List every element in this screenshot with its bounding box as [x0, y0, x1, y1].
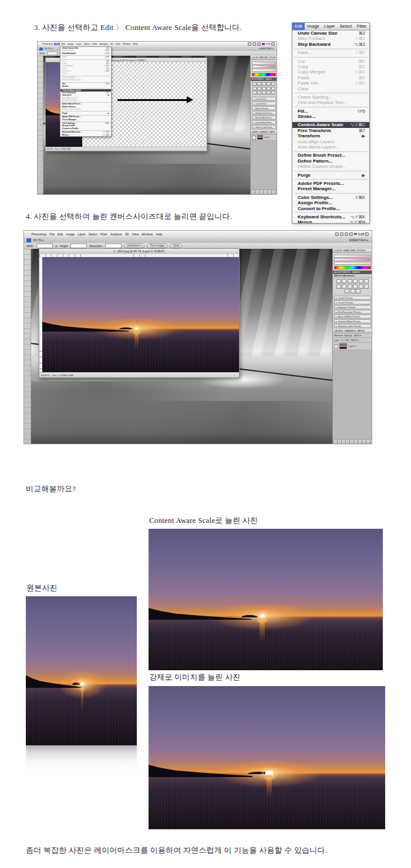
menu-item: [292, 119, 369, 122]
adjustment-presets: Levels PresetsCurves PresetsExposure Pre…: [251, 96, 277, 130]
ps-menu: Image: [65, 232, 76, 236]
color-slider: [252, 65, 276, 68]
photo-reflection-fade: [26, 745, 137, 776]
preset-row: Selective Color Presets: [334, 324, 371, 328]
adjustment-icon: [336, 285, 341, 289]
ps-menu: Image: [66, 43, 75, 45]
caption-compare: 비교해볼까요?: [26, 484, 76, 494]
workspace-label: ESSENTIALS ▾: [259, 48, 275, 50]
menu-item: [60, 121, 111, 122]
adjustment-icon: [271, 91, 275, 94]
adjustment-icon: [353, 285, 358, 289]
panel-tab: LAYERS: [252, 131, 258, 133]
menu-item: Keyboard Shortcuts...⌥⇧⌘K: [292, 214, 369, 219]
adjustment-icon: [336, 279, 341, 283]
panel-tab: STYLES: [269, 56, 276, 59]
adjustment-icon: [267, 91, 271, 94]
menu-item: Color Settings...⇧⌘K: [292, 195, 369, 200]
dune-shadow: [106, 401, 333, 444]
adjustment-icon: [262, 82, 266, 86]
preset-row: Hue/Saturation Presets: [334, 310, 371, 314]
menu-item: [60, 81, 111, 82]
sun-reflection: [260, 618, 265, 642]
menu-item: Undo Canvas Size⌘Z: [292, 31, 369, 36]
edit-menu-zoom-panel: EditImageLayerSelectFilter Undo Canvas S…: [292, 22, 370, 224]
ps-menu: File: [54, 43, 60, 45]
menu-item: Menus...⌥⇧⌘M: [292, 219, 369, 224]
ps-logo-icon: [39, 48, 43, 50]
ps-menu: File: [48, 232, 56, 236]
caption-step4: 4. 사진을 선택하여 늘린 캔버스사이즈대로 늘리면 끝입니다.: [26, 211, 232, 222]
ps-menu: View: [114, 43, 122, 45]
adjustment-icons: [251, 81, 277, 96]
menu-item: Cut⌘X: [292, 59, 369, 64]
menubar-clock: 3:08: [358, 232, 365, 236]
menu-item: [60, 110, 111, 112]
zoom-level: 66.7% ▾: [45, 48, 52, 50]
panel-tab: COLOR: [252, 56, 258, 59]
color-panel: [333, 253, 372, 271]
wifi-icon: [252, 42, 256, 46]
adjustment-icon: [356, 289, 361, 293]
menu-item: [60, 87, 111, 89]
layer-name: Layer 0: [348, 345, 356, 347]
label-forced-photo: 강제로 이미지를 늘린 사진: [149, 672, 241, 683]
zoom-level: 66.7% ▾: [33, 239, 43, 242]
menu-item: Free Transform⌘T: [292, 128, 369, 133]
adjustment-icon: [348, 285, 352, 289]
dune-shadow: [95, 164, 250, 194]
stretched-sunset-photo: [42, 257, 239, 373]
panel-tab: SWATCHES: [259, 56, 268, 59]
adjustment-icon: [257, 91, 261, 94]
add-adjustment-label: Add an adjustment: [333, 274, 372, 278]
menu-bar: EditImageLayerSelectFilter: [292, 23, 369, 31]
menu-item: Auto-Blend Layers...: [292, 144, 369, 150]
document-status-bar: 66.67% Doc: 4.72M/5.46M: [46, 147, 207, 151]
panel-tab: LAYERS: [334, 330, 343, 332]
adjustment-icon: [252, 87, 257, 90]
ps-menu: Window: [140, 232, 154, 236]
ps-menu: Analysis: [109, 232, 123, 236]
ps-menu: Analysis: [99, 43, 109, 45]
width-field: [36, 244, 53, 248]
menubar-status-icons: 3:08: [335, 232, 369, 236]
color-slider: [334, 262, 371, 265]
ps-menu: Layer: [75, 43, 83, 45]
ps-menu: Select: [87, 232, 99, 236]
menu-item: Step Backward⌥⌘Z: [292, 42, 369, 47]
adjustment-presets: Levels PresetsCurves PresetsExposure Pre…: [333, 295, 372, 329]
height-field: [70, 244, 87, 248]
color-spectrum-bar: [252, 73, 276, 76]
menu-item: [60, 75, 111, 76]
color-panel-tabs: COLORSWATCHESSTYLES: [333, 249, 372, 253]
sun-reflection: [267, 775, 272, 799]
ps-menu: Edit: [60, 43, 66, 45]
panel-tab: PATHS: [269, 131, 275, 133]
photo-forced-stretch: [149, 686, 385, 829]
photo-original: [26, 596, 137, 745]
preset-row: Levels Presets: [252, 97, 276, 101]
caption-step3: 3. 사진을 선택하고 Edit 〉 Content Aware Scale을 …: [34, 22, 242, 33]
ps-menu: Select: [83, 43, 92, 45]
layer-thumbnail: [257, 135, 263, 140]
menu-item: Define Brush Preset...: [292, 153, 369, 158]
adjustment-icon: [359, 279, 363, 283]
color-panel-tabs: COLORSWATCHESSTYLES: [251, 56, 277, 60]
status-doc-size: Doc: 4.72M/5.46M: [52, 374, 73, 377]
wifi-icon: [345, 232, 348, 236]
menu-item: [292, 92, 369, 94]
height-label: Height:: [60, 245, 69, 248]
adjustment-icon: [353, 279, 358, 283]
menu-item: Convert to Profile...: [292, 206, 369, 211]
menu-item: [60, 130, 111, 131]
color-spectrum-bar: [334, 266, 371, 269]
preset-row: Selective Color Presets: [252, 125, 276, 129]
menu-item: [292, 56, 369, 59]
adjustment-icon: [359, 285, 363, 289]
menu-item: Copy⌘C: [292, 64, 369, 69]
volume-icon: [349, 232, 353, 236]
layers-panel-footer: [251, 190, 277, 194]
layers-panel-tabs: LAYERSCHANNELSPATHS: [251, 130, 277, 134]
ps-menu: Layer: [76, 232, 87, 236]
blend-mode-select: Normal ▾: [334, 334, 343, 337]
